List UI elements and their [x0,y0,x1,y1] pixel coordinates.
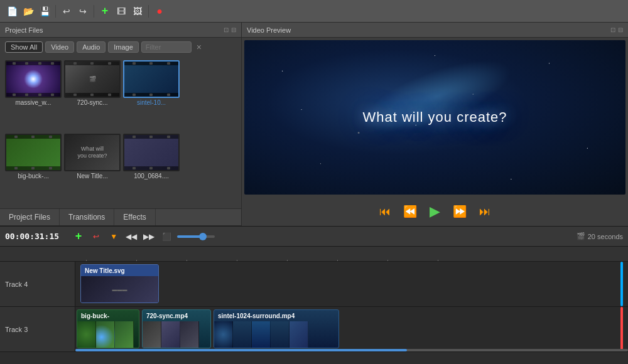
timeline-toolbar: 00:00:31:15 + ↩ ▼ ◀◀ ▶▶ ⬛ 🎬 20 seconds [0,227,628,247]
film-hole [149,94,153,96]
thumb-newtitle[interactable]: What willyou create? New Title... [64,134,121,205]
thumb-massive-w[interactable]: massive_w... [5,60,62,131]
film-holes-top [6,62,60,65]
filter-input[interactable] [141,41,192,53]
clip-720sync[interactable]: 720-sync.mp4 [142,309,211,348]
new-file-icon[interactable]: 📄 [5,4,19,18]
film-hole [31,136,35,138]
right-panel: Video Preview ⊡ ⊟ What will you create? … [242,23,628,226]
clip-bigbuck[interactable]: big-buck- [77,309,139,348]
filter-video-btn[interactable]: Video [45,41,74,53]
tl-next-btn[interactable]: ▶▶ [142,230,156,244]
clip-frame [77,321,96,348]
timeline-area: 00:00:31:15 + ↩ ▼ ◀◀ ▶▶ ⬛ 🎬 20 seconds [0,226,628,364]
film-holes-bottom-4 [6,166,60,170]
tab-transitions[interactable]: Transitions [60,209,114,225]
film-hole [167,167,170,169]
thumb-100-0684[interactable]: 100_0684.... [123,134,180,205]
thumb-100-0684-img [123,134,180,171]
film-hole [49,136,52,138]
redo-icon[interactable]: ↪ [76,4,90,18]
filter-bar: Show All Video Audio Image × [0,38,241,56]
clip-newtitle-label: New Title.svg [85,267,125,274]
clip-frame [290,321,308,348]
timeline-ruler: 00:00:40 00:01:00 00:01:20 00:01:40 00:0… [0,247,628,262]
panel-expand-icon[interactable]: ⊟ [231,26,236,33]
clip-frame [115,321,134,348]
thumb-massive-content [6,62,60,97]
film-hole [31,167,35,169]
preview-collapse-icon[interactable]: ⊡ [610,26,615,33]
track-3-content[interactable]: big-buck- 720-sync. [75,307,628,351]
track-3-scrollbar[interactable] [75,349,628,351]
tl-add-btn[interactable]: + [72,230,85,244]
filter-all-btn[interactable]: Show All [5,41,43,53]
track-4-end-bar [620,262,623,306]
film-hole [38,94,41,96]
tl-prev-btn[interactable]: ◀◀ [124,230,138,244]
film-hole [13,94,16,96]
save-file-icon[interactable]: 💾 [38,4,51,18]
tl-filter-btn[interactable]: ▼ [107,230,121,244]
filter-clear-icon[interactable]: × [194,42,204,52]
track-3-end-bar [620,307,623,351]
thumb-massive-label: massive_w... [5,99,62,106]
playback-end-btn[interactable]: ⏭ [475,204,494,220]
clip-newtitle[interactable]: New Title.svg ▬▬▬ [80,264,159,303]
thumb-sintel[interactable]: sintel-10... [123,60,180,131]
record-icon[interactable]: ● [153,4,166,18]
film-hole [14,136,18,138]
film-hole [133,167,136,169]
track-3-scrollbar-inner [75,349,407,351]
clip-bigbuck-header: big-buck- [77,310,139,321]
film-holes-bottom-3 [124,93,178,97]
panel-header-icons: ⊡ ⊟ [224,26,236,33]
clip-sintel[interactable]: sintel-1024-surround.mp4 [214,309,339,348]
effects-icon[interactable]: 🖼 [131,4,144,18]
duration-icon: 🎬 [577,232,585,240]
toolbar-separator-3 [148,5,149,18]
tab-effects[interactable]: Effects [114,209,155,225]
open-file-icon[interactable]: 📂 [21,4,35,18]
thumb-bigbuck[interactable]: big-buck-... [5,134,62,205]
preview-expand-icon[interactable]: ⊟ [618,26,623,33]
filter-image-btn[interactable]: Image [108,41,139,53]
film-hole [51,94,54,96]
filter-audio-btn[interactable]: Audio [77,41,106,53]
film-hole [25,94,28,96]
clip-720sync-label: 720-sync.mp4 [146,313,188,319]
film-holes-top-4 [6,135,60,139]
thumb-sintel-label: sintel-10... [123,99,180,106]
clip-frame [233,321,252,348]
tl-zoom-slider[interactable] [177,235,215,238]
clip-newtitle-header: New Title.svg [81,265,158,276]
panel-collapse-icon[interactable]: ⊡ [224,26,229,33]
tl-zoom-handle[interactable] [199,233,207,240]
film-hole [14,167,18,169]
film-hole [167,62,170,65]
clip-newtitle-thumb: ▬▬▬ [81,276,158,302]
tl-duration: 🎬 20 seconds [577,232,623,240]
track-3-row: Track 3 big-buck- [0,307,628,352]
playback-start-btn[interactable]: ⏮ [376,204,394,220]
clip-bigbuck-label: big-buck- [81,313,109,319]
thumb-bigbuck-label: big-buck-... [5,173,62,179]
tl-undo-btn[interactable]: ↩ [89,230,103,244]
thumb-720sync[interactable]: 🎬 720-sync... [64,60,121,131]
tl-clip-btn[interactable]: ⬛ [160,230,173,244]
playback-rewind-btn[interactable]: ⏪ [399,203,421,220]
transitions-icon[interactable]: 🎞 [114,4,128,18]
main-area: Project Files ⊡ ⊟ Show All Video Audio I… [0,23,628,226]
thumb-newtitle-text: What willyou create? [77,146,107,159]
undo-icon[interactable]: ↩ [60,4,73,18]
thumb-bigbuck-content [6,135,60,170]
tab-project-files[interactable]: Project Files [0,209,60,225]
playback-play-btn[interactable]: ▶ [426,202,444,221]
clip-frame [161,321,180,348]
clip-sintel-body [214,321,338,348]
playback-forward-btn[interactable]: ⏩ [449,203,470,220]
film-holes-top-6 [124,135,178,139]
add-icon[interactable]: + [98,4,112,18]
track-4-content[interactable]: New Title.svg ▬▬▬ [75,262,628,306]
film-hole [49,167,52,169]
